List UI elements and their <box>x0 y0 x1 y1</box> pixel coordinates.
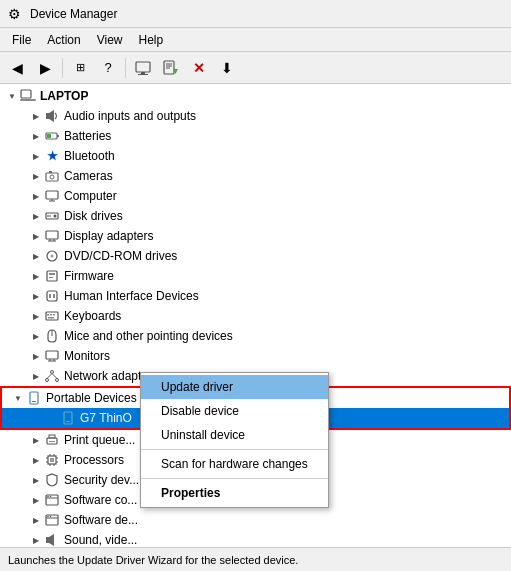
g7-label: G7 ThinO <box>80 411 132 425</box>
batteries-label: Batteries <box>64 129 111 143</box>
svg-rect-17 <box>49 171 52 173</box>
tree-item-cameras[interactable]: ▶ Cameras <box>0 166 511 186</box>
computer-label: Computer <box>64 189 117 203</box>
svg-rect-53 <box>64 412 72 424</box>
tree-root[interactable]: ▼ LAPTOP <box>0 86 511 106</box>
tree-item-bluetooth[interactable]: ▶ ★ Bluetooth <box>0 146 511 166</box>
svg-rect-51 <box>30 392 38 404</box>
toolbar-update[interactable] <box>158 55 184 81</box>
tree-item-dvd[interactable]: ▶ DVD/CD-ROM drives <box>0 246 511 266</box>
context-update-driver[interactable]: Update driver <box>141 375 328 399</box>
menu-file[interactable]: File <box>4 31 39 49</box>
processors-icon <box>44 452 60 468</box>
expand-hid-icon: ▶ <box>28 288 44 304</box>
tree-item-keyboards[interactable]: ▶ Keyboards <box>0 306 511 326</box>
context-properties[interactable]: Properties <box>141 481 328 505</box>
audio-icon <box>44 108 60 124</box>
toolbar-display[interactable] <box>130 55 156 81</box>
svg-rect-10 <box>46 113 49 119</box>
cameras-label: Cameras <box>64 169 113 183</box>
svg-marker-77 <box>49 534 54 546</box>
tree-item-computer[interactable]: ▶ Computer <box>0 186 511 206</box>
tree-item-firmware[interactable]: ▶ Firmware <box>0 266 511 286</box>
expand-sound-icon: ▶ <box>28 532 44 548</box>
svg-rect-56 <box>49 435 55 438</box>
tree-item-batteries[interactable]: ▶ Batteries <box>0 126 511 146</box>
svg-rect-33 <box>47 291 57 301</box>
expand-computer-icon: ▶ <box>28 188 44 204</box>
svg-rect-42 <box>46 351 58 359</box>
expand-security-icon: ▶ <box>28 472 44 488</box>
context-disable-device[interactable]: Disable device <box>141 399 328 423</box>
tree-item-disk[interactable]: ▶ Disk drives <box>0 206 511 226</box>
hid-icon <box>44 288 60 304</box>
toolbar-remove[interactable]: ✕ <box>186 55 212 81</box>
tree-item-mice[interactable]: ▶ Mice and other pointing devices <box>0 326 511 346</box>
svg-point-16 <box>50 175 54 179</box>
bluetooth-icon: ★ <box>44 148 60 164</box>
svg-rect-18 <box>46 191 58 199</box>
tree-item-hid[interactable]: ▶ Human Interface Devices <box>0 286 511 306</box>
svg-rect-59 <box>50 458 54 462</box>
svg-rect-24 <box>46 231 58 239</box>
svg-rect-35 <box>53 294 55 298</box>
context-menu: Update driver Disable device Uninstall d… <box>140 372 329 508</box>
mice-icon <box>44 328 60 344</box>
svg-rect-0 <box>136 62 150 72</box>
dvd-icon <box>44 248 60 264</box>
batteries-icon <box>44 128 60 144</box>
svg-rect-14 <box>47 134 51 138</box>
tree-item-display[interactable]: ▶ Display adapters <box>0 226 511 246</box>
svg-rect-37 <box>47 314 49 316</box>
softco-label: Software co... <box>64 493 137 507</box>
svg-rect-30 <box>47 271 57 281</box>
security-icon <box>44 472 60 488</box>
firmware-label: Firmware <box>64 269 114 283</box>
svg-rect-8 <box>21 90 31 98</box>
expand-portable-icon: ▼ <box>10 390 26 406</box>
print-icon <box>44 432 60 448</box>
menu-action[interactable]: Action <box>39 31 88 49</box>
tree-item-software-de[interactable]: ▶ Software de... <box>0 510 511 530</box>
expand-mice-icon: ▶ <box>28 328 44 344</box>
toolbar-sep1 <box>62 58 63 78</box>
computer-icon <box>44 188 60 204</box>
menu-bar: File Action View Help <box>0 28 511 52</box>
status-bar: Launches the Update Driver Wizard for th… <box>0 547 511 571</box>
title-icon: ⚙ <box>8 6 24 22</box>
expand-display-icon: ▶ <box>28 228 44 244</box>
laptop-icon <box>20 88 36 104</box>
title-bar: ⚙ Device Manager <box>0 0 511 28</box>
svg-rect-39 <box>53 314 55 316</box>
tree-item-monitors[interactable]: ▶ Monitors <box>0 346 511 366</box>
network-icon <box>44 368 60 384</box>
svg-line-50 <box>52 374 57 379</box>
toolbar-scan[interactable]: ⬇ <box>214 55 240 81</box>
firmware-icon <box>44 268 60 284</box>
monitors-icon <box>44 348 60 364</box>
svg-rect-32 <box>49 277 53 278</box>
svg-rect-54 <box>66 421 70 422</box>
toolbar-help[interactable]: ? <box>95 55 121 81</box>
svg-point-46 <box>51 371 54 374</box>
svg-rect-57 <box>49 441 55 442</box>
svg-point-29 <box>51 255 54 258</box>
menu-help[interactable]: Help <box>131 31 172 49</box>
g7-icon <box>60 410 76 426</box>
context-scan[interactable]: Scan for hardware changes <box>141 452 328 476</box>
keyboards-label: Keyboards <box>64 309 121 323</box>
disk-icon <box>44 208 60 224</box>
context-uninstall-device[interactable]: Uninstall device <box>141 423 328 447</box>
svg-point-74 <box>47 516 49 518</box>
toolbar-forward[interactable]: ▶ <box>32 55 58 81</box>
svg-rect-52 <box>32 401 36 402</box>
toolbar-refresh[interactable]: ⊞ <box>67 55 93 81</box>
expand-print-icon: ▶ <box>28 432 44 448</box>
toolbar-back[interactable]: ◀ <box>4 55 30 81</box>
menu-view[interactable]: View <box>89 31 131 49</box>
svg-point-22 <box>54 215 57 218</box>
dvd-label: DVD/CD-ROM drives <box>64 249 177 263</box>
expand-processors-icon: ▶ <box>28 452 44 468</box>
tree-item-audio[interactable]: ▶ Audio inputs and outputs <box>0 106 511 126</box>
mice-label: Mice and other pointing devices <box>64 329 233 343</box>
